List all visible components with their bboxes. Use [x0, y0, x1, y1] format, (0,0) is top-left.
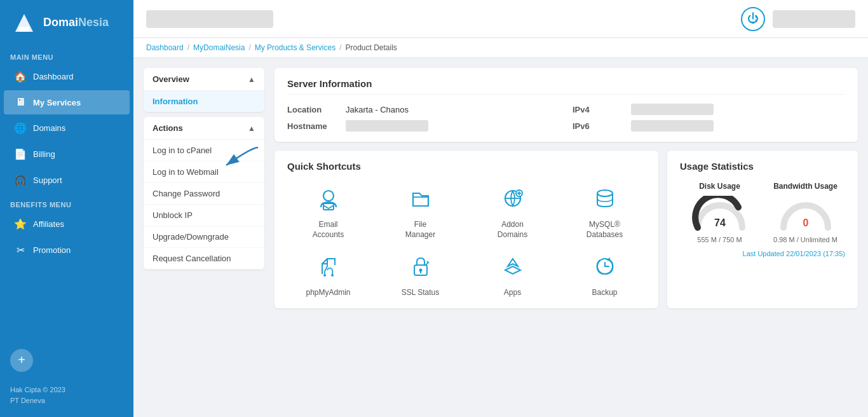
sidebar-item-label: Billing: [33, 149, 55, 159]
disk-label: Disk Usage: [699, 182, 740, 191]
sidebar-item-label: My Services: [33, 98, 81, 107]
phpmyadmin-icon: [312, 250, 345, 283]
stats-card: Usage Statistics Disk Usage 74: [667, 151, 858, 308]
sidebar-item-label: Support: [33, 175, 62, 185]
actions-header[interactable]: Actions ▲: [144, 117, 264, 140]
action-label: Request Cancellation: [153, 254, 231, 263]
sidebar-footer: Hak Cipta © 2023 PT Deneva: [0, 378, 133, 417]
sep2: /: [248, 43, 250, 52]
sidebar-item-support[interactable]: 🎧 Support: [4, 168, 130, 193]
ipv6-label: IPv6: [573, 121, 623, 131]
action-login-cpanel[interactable]: Log in to cPanel: [144, 140, 264, 161]
monitor-icon: 🖥: [14, 97, 27, 108]
overview-header[interactable]: Overview ▲: [144, 68, 264, 91]
actions-chevron: ▲: [248, 124, 255, 133]
stats-title: Usage Statistics: [680, 161, 845, 172]
svg-point-11: [419, 269, 422, 272]
action-label: Upgrade/Downgrade: [153, 232, 229, 242]
sep3: /: [339, 43, 341, 52]
overview-chevron: ▲: [248, 75, 255, 84]
sidebar-item-label: Promotion: [33, 245, 71, 255]
svg-point-8: [323, 274, 326, 277]
action-upgrade-downgrade[interactable]: Upgrade/Downgrade: [144, 226, 264, 248]
server-info-title: Server Information: [287, 78, 845, 95]
power-button[interactable]: ⏻: [741, 7, 765, 31]
disk-gauge: 74: [691, 196, 749, 231]
sidebar: DomaiNesia Main Menu 🏠 Dashboard 🖥 My Se…: [0, 0, 133, 417]
shortcuts-card: Quick Shortcuts: [275, 151, 658, 308]
sidebar-item-affiliates[interactable]: ⭐ Affiliates: [4, 212, 130, 236]
sidebar-item-promotion[interactable]: ✂ Promotion: [4, 238, 130, 263]
hostname-row: Hostname: [287, 120, 560, 132]
action-login-webmail[interactable]: Log in to Webmail: [144, 161, 264, 183]
shortcut-email-accounts[interactable]: EmailAccounts: [287, 182, 369, 240]
svg-point-7: [597, 190, 613, 196]
svg-text:0: 0: [803, 217, 808, 228]
mysql-label: MySQL®Databases: [587, 220, 623, 240]
globe-icon: 🌐: [14, 122, 27, 134]
svg-rect-1: [19, 27, 29, 32]
sidebar-item-label: Domains: [33, 123, 65, 133]
disk-usage-item: Disk Usage 74 555 M / 750 M: [680, 182, 759, 243]
action-label: Change Password: [153, 189, 220, 198]
addon-domains-label: AddonDomains: [498, 220, 527, 240]
addon-domains-icon: [496, 182, 529, 215]
svg-text:74: 74: [714, 217, 726, 228]
hostname-label: Hostname: [287, 121, 338, 131]
shortcut-file-manager[interactable]: FileManager: [379, 182, 461, 240]
backup-icon: [588, 250, 621, 283]
content-area: Overview ▲ Information Actions ▲ Log in …: [133, 58, 868, 417]
shortcut-ssl-status[interactable]: SSL Status: [379, 250, 461, 298]
action-label: Log in to Webmail: [153, 167, 219, 177]
user-name-placeholder: [773, 10, 855, 28]
apps-label: Apps: [504, 288, 521, 298]
sep1: /: [187, 43, 189, 52]
shortcut-addon-domains[interactable]: AddonDomains: [471, 182, 553, 240]
hostname-value: [346, 120, 428, 132]
sidebar-item-billing[interactable]: 📄 Billing: [4, 142, 130, 167]
header-right: ⏻: [741, 7, 855, 31]
sidebar-item-domains[interactable]: 🌐 Domains: [4, 116, 130, 140]
shortcut-mysql[interactable]: MySQL®Databases: [564, 182, 646, 240]
mysql-icon: [588, 182, 621, 215]
bottom-row: Quick Shortcuts: [275, 151, 858, 308]
action-unblock-ip[interactable]: Unblock IP: [144, 205, 264, 226]
sidebar-item-my-services[interactable]: 🖥 My Services: [4, 90, 130, 114]
star-icon: ⭐: [14, 218, 27, 230]
server-info-grid: Location Jakarta - Chanos IPv4 Hostname …: [287, 104, 845, 132]
scissors-icon: ✂: [14, 244, 27, 256]
stats-grid: Disk Usage 74 555 M / 750 M: [680, 182, 845, 243]
breadcrumb-mydomainesia[interactable]: MyDomaiNesia: [193, 43, 245, 52]
page-title-placeholder: [146, 10, 273, 28]
breadcrumb-current: Product Details: [345, 43, 397, 52]
ssl-icon: [404, 250, 437, 283]
breadcrumb-products[interactable]: My Products & Services: [255, 43, 336, 52]
file-manager-icon: [404, 182, 437, 215]
stats-updated: Last Updated 22/01/2023 (17:35): [680, 250, 845, 257]
breadcrumb: Dashboard / MyDomaiNesia / My Products &…: [133, 38, 868, 58]
overview-item-information[interactable]: Information: [144, 91, 264, 112]
ssl-label: SSL Status: [402, 288, 440, 298]
svg-point-9: [331, 274, 334, 277]
action-request-cancellation[interactable]: Request Cancellation: [144, 248, 264, 270]
ipv4-row: IPv4: [573, 104, 845, 115]
shortcut-phpmyadmin[interactable]: phpMyAdmin: [287, 250, 369, 298]
email-label: EmailAccounts: [313, 220, 344, 240]
shortcut-backup[interactable]: Backup: [564, 250, 646, 298]
sidebar-item-label: Affiliates: [33, 219, 64, 229]
company: PT Deneva: [10, 395, 123, 407]
sidebar-item-dashboard[interactable]: 🏠 Dashboard: [4, 64, 130, 89]
shortcuts-grid: EmailAccounts FileManager: [287, 182, 646, 298]
home-icon: 🏠: [14, 71, 27, 83]
action-change-password[interactable]: Change Password: [144, 183, 264, 205]
bandwidth-sub: 0.98 M / Unlimited M: [773, 236, 837, 243]
headset-icon: 🎧: [14, 174, 27, 186]
bandwidth-label: Bandwidth Usage: [773, 182, 837, 191]
bandwidth-usage-item: Bandwidth Usage 0 0.98 M / Unlimited M: [766, 182, 845, 243]
copyright: Hak Cipta © 2023: [10, 385, 123, 396]
actions-title: Actions: [153, 123, 183, 133]
breadcrumb-dashboard[interactable]: Dashboard: [146, 43, 184, 52]
add-button[interactable]: +: [10, 349, 33, 372]
benefits-menu-label: Benefits Menu: [0, 193, 133, 211]
shortcut-apps[interactable]: Apps: [471, 250, 553, 298]
